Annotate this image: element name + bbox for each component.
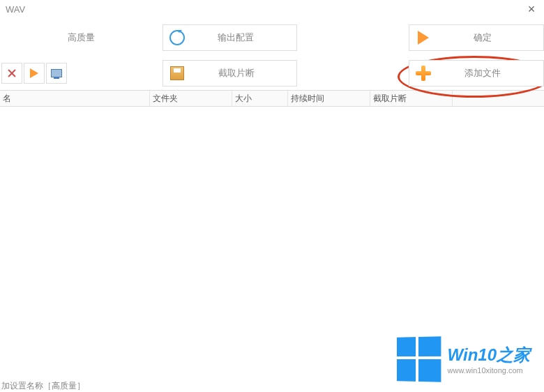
quality-label: 高质量 <box>0 31 163 44</box>
output-config-label: 输出配置 <box>190 31 297 44</box>
watermark-url: www.win10xitong.com <box>448 366 530 375</box>
column-blank <box>453 91 544 106</box>
confirm-button[interactable]: 确定 <box>409 24 544 51</box>
column-filename[interactable]: 名 <box>0 91 150 106</box>
add-file-button[interactable]: 添加文件 <box>409 60 544 86</box>
play-button[interactable] <box>24 63 45 84</box>
clip-button[interactable]: 截取片断 <box>163 60 298 86</box>
column-duration[interactable]: 持续时间 <box>288 91 370 106</box>
add-file-label: 添加文件 <box>436 67 543 80</box>
titlebar: WAV × <box>0 0 544 18</box>
windows-logo-icon <box>397 336 441 382</box>
footer: 加设置名称［高质量］ <box>0 379 544 392</box>
table-body <box>0 107 544 358</box>
output-config-button[interactable]: 输出配置 <box>163 24 298 51</box>
remove-button[interactable] <box>1 63 22 84</box>
table-header: 名 文件夹 大小 持续时间 截取片断 <box>0 90 544 107</box>
toolbar-row-1: 高质量 输出配置 确定 <box>0 18 544 56</box>
toolbar-row-2: 截取片断 添加文件 <box>0 56 544 90</box>
column-folder[interactable]: 文件夹 <box>150 91 232 106</box>
plus-icon <box>411 61 436 86</box>
watermark: Win10之家 www.win10xitong.com <box>396 337 530 382</box>
x-icon <box>7 68 17 78</box>
footer-settings-text: 加设置名称［高质量］ <box>1 380 85 392</box>
column-clip[interactable]: 截取片断 <box>370 91 453 106</box>
window-title: WAV <box>6 4 25 15</box>
preview-button[interactable] <box>46 63 67 84</box>
confirm-label: 确定 <box>436 31 543 44</box>
refresh-icon <box>165 25 190 50</box>
arrow-right-icon <box>411 25 436 50</box>
save-icon <box>165 61 190 86</box>
play-icon <box>30 68 38 78</box>
close-icon[interactable]: × <box>524 2 538 17</box>
column-size[interactable]: 大小 <box>232 91 288 106</box>
clip-label: 截取片断 <box>190 67 297 80</box>
watermark-title: Win10之家 <box>448 344 530 366</box>
small-icon-group <box>1 63 163 84</box>
screen-icon <box>51 69 62 77</box>
